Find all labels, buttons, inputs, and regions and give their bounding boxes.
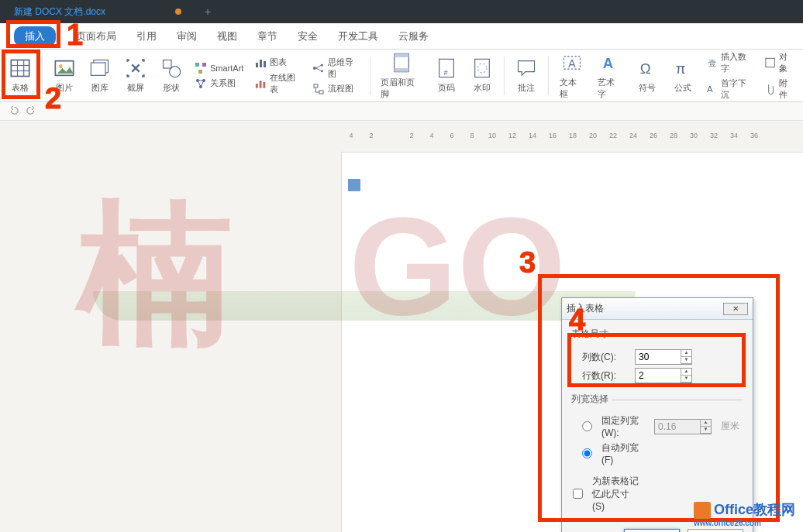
header-footer-button[interactable]: 页眉和页脚 — [376, 50, 426, 101]
redo-button[interactable] — [26, 105, 37, 118]
mindmap-button[interactable]: 思维导图 — [312, 57, 360, 80]
cross-ref-icon — [195, 77, 207, 90]
drop-cap-button[interactable]: A首字下沉 — [706, 77, 753, 101]
svg-point-23 — [313, 67, 316, 70]
svg-rect-19 — [264, 61, 266, 67]
brand-icon — [694, 502, 711, 519]
document-tab[interactable]: 新建 DOCX 文档.docx — [6, 5, 113, 19]
shapes-label: 形状 — [163, 82, 180, 94]
cancel-button[interactable]: 取消 — [688, 529, 743, 532]
chart-group: 图表 在线图表 — [251, 55, 305, 97]
header-footer-icon — [391, 52, 412, 74]
shapes-button[interactable]: 形状 — [156, 56, 187, 95]
flowchart-icon — [312, 83, 325, 95]
footer-brand: Office教程网 www.office26.com — [694, 500, 795, 527]
svg-rect-9 — [163, 60, 171, 69]
screenshot-button[interactable]: 截屏 — [120, 56, 151, 95]
screenshot-label: 截屏 — [127, 82, 144, 94]
online-chart-button[interactable]: 在线图表 — [254, 72, 302, 95]
svg-rect-22 — [264, 82, 266, 88]
svg-rect-8 — [91, 63, 105, 75]
symbol-icon: Ω — [636, 57, 658, 79]
flowchart-button[interactable]: 流程图 — [312, 83, 360, 95]
textbox-icon: A — [561, 52, 583, 74]
svg-text:A: A — [568, 57, 576, 69]
tab-references[interactable]: 引用 — [136, 29, 157, 43]
tab-cloud[interactable]: 云服务 — [398, 29, 429, 43]
svg-rect-21 — [260, 81, 262, 88]
undo-button[interactable] — [8, 105, 19, 118]
svg-rect-27 — [319, 91, 323, 94]
insert-number-button[interactable]: 壹插入数字 — [706, 51, 753, 74]
picture-icon — [53, 57, 75, 79]
svg-point-6 — [59, 64, 63, 68]
annotation-number-1: 1 — [67, 19, 83, 52]
svg-text:壹: 壹 — [708, 58, 716, 67]
attachment-button[interactable]: 附件 — [764, 77, 795, 101]
svg-point-10 — [170, 67, 181, 77]
comment-icon — [515, 57, 537, 79]
insert-misc-group: 壹插入数字 A首字下沉 — [703, 50, 756, 102]
annotation-number-3: 3 — [519, 246, 536, 280]
separator — [42, 57, 43, 95]
header-footer-label: 页眉和页脚 — [381, 77, 421, 100]
svg-rect-33 — [475, 59, 490, 77]
svg-text:#: # — [443, 69, 448, 77]
tab-section[interactable]: 章节 — [257, 29, 277, 43]
comment-label: 批注 — [518, 82, 535, 94]
online-chart-icon — [254, 77, 266, 90]
svg-rect-12 — [202, 63, 206, 67]
screenshot-icon — [125, 57, 146, 79]
shapes-icon — [160, 57, 182, 79]
brand-url: www.office26.com — [694, 519, 795, 527]
smartart-button[interactable]: SmartArt — [195, 62, 243, 74]
page-number-icon: # — [436, 57, 457, 79]
svg-rect-26 — [314, 84, 318, 88]
equation-label: 公式 — [674, 82, 691, 94]
page-number-button[interactable]: # 页码 — [431, 56, 462, 95]
diagram-group: 思维导图 流程图 — [309, 55, 363, 97]
svg-rect-30 — [394, 68, 408, 72]
page-number-label: 页码 — [438, 82, 455, 94]
equation-button[interactable]: π 公式 — [667, 56, 698, 95]
menu-bar: 插入 页面布局 引用 审阅 视图 章节 安全 开发工具 云服务 — [0, 23, 803, 50]
symbol-button[interactable]: Ω 符号 — [632, 56, 663, 95]
separator — [504, 57, 505, 95]
wordart-label: 艺术字 — [598, 77, 622, 100]
tab-view[interactable]: 视图 — [217, 29, 237, 43]
gallery-button[interactable]: 图库 — [84, 56, 115, 95]
horizontal-ruler: 4224681012141618202224262830323436 — [341, 129, 803, 142]
smartart-group: SmartArt 关系图 — [191, 60, 246, 91]
textbox-button[interactable]: A 文本框 — [555, 50, 588, 101]
annotation-box-2 — [2, 50, 40, 99]
watermark-label: 水印 — [474, 82, 491, 94]
tab-security[interactable]: 安全 — [298, 29, 318, 43]
ok-button[interactable]: 确定 — [624, 529, 680, 532]
smartart-icon — [195, 62, 207, 74]
annotation-number-4: 4 — [569, 304, 585, 337]
comment-button[interactable]: 批注 — [511, 56, 542, 95]
object-icon — [764, 57, 776, 69]
watermark-icon — [471, 57, 493, 79]
wordart-button[interactable]: A 艺术字 — [593, 50, 626, 101]
new-tab-button[interactable]: + — [205, 5, 211, 18]
cross-ref-button[interactable]: 关系图 — [195, 77, 243, 90]
object-button[interactable]: 对象 — [764, 51, 795, 74]
chart-icon — [254, 57, 267, 69]
annotation-box-1 — [6, 20, 60, 48]
tab-review[interactable]: 审阅 — [177, 29, 197, 43]
chart-button[interactable]: 图表 — [254, 57, 302, 69]
separator — [548, 57, 549, 95]
quick-access-bar — [0, 102, 803, 121]
tab-developer[interactable]: 开发工具 — [338, 29, 378, 43]
svg-point-34 — [477, 63, 487, 73]
svg-rect-20 — [256, 84, 258, 88]
svg-text:π: π — [675, 60, 685, 77]
attachment-icon — [764, 83, 776, 95]
svg-text:A: A — [707, 84, 713, 93]
symbol-label: 符号 — [639, 82, 656, 94]
equation-icon: π — [672, 57, 694, 79]
drop-cap-icon: A — [706, 83, 718, 95]
annotation-box-4 — [567, 333, 746, 387]
watermark-button[interactable]: 水印 — [467, 56, 498, 95]
